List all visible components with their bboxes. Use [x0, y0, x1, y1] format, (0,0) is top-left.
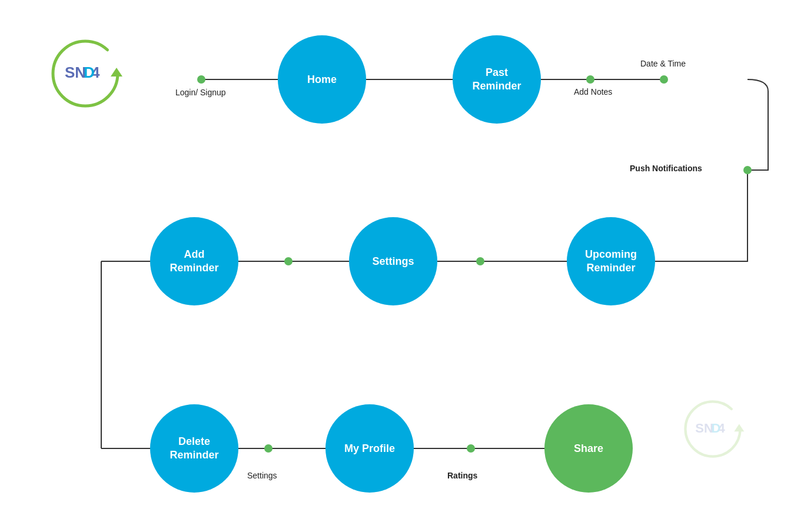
add-reminder-label: AddReminder	[170, 248, 218, 275]
row3-dot-2	[467, 444, 475, 453]
share-node[interactable]: Share	[544, 404, 633, 493]
settings-connector-label: Settings	[247, 471, 277, 480]
settings-connector-dot-1	[284, 257, 293, 265]
home-label: Home	[307, 74, 337, 86]
delete-reminder-label: DeleteReminder	[170, 435, 218, 463]
my-profile-node[interactable]: My Profile	[325, 404, 414, 493]
add-notes-dot	[586, 75, 594, 84]
my-profile-label: My Profile	[344, 443, 395, 455]
ratings-label: Ratings	[447, 471, 477, 480]
settings-connector-dot-2	[476, 257, 484, 265]
past-reminder-node[interactable]: PastReminder	[453, 35, 541, 124]
push-notifications-dot	[743, 166, 752, 174]
date-time-dot	[660, 75, 668, 84]
upcoming-reminder-node[interactable]: UpcomingReminder	[567, 217, 655, 305]
login-signup-label: Login/ Signup	[175, 87, 226, 99]
add-notes-label: Add Notes	[574, 87, 612, 97]
delete-reminder-node[interactable]: DeleteReminder	[150, 404, 238, 493]
push-notifications-label: Push Notifications	[630, 164, 702, 173]
row3-dot-1	[264, 444, 273, 453]
settings-node[interactable]: Settings	[349, 217, 437, 305]
settings-label: Settings	[372, 255, 414, 268]
past-reminder-label: PastReminder	[472, 66, 521, 94]
home-node[interactable]: Home	[278, 35, 366, 124]
login-dot	[197, 75, 205, 84]
upcoming-reminder-label: UpcomingReminder	[585, 248, 637, 275]
share-label: Share	[574, 443, 603, 455]
add-reminder-node[interactable]: AddReminder	[150, 217, 238, 305]
date-time-label: Date & Time	[640, 59, 686, 68]
